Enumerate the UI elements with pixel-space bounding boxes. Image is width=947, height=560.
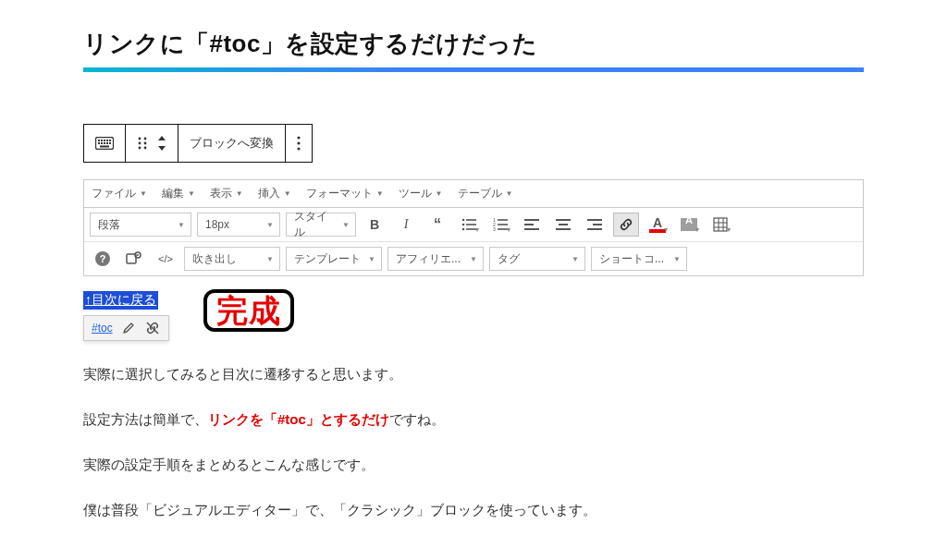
svg-rect-3 [104,140,105,141]
svg-point-49 [137,254,139,256]
menubar-insert-label: 挿入 [258,186,280,201]
svg-point-12 [139,138,141,140]
fontsize-select[interactable]: 18px▼ [197,213,280,237]
blockquote-button[interactable]: “ [424,213,450,237]
tag-select-label: タグ [498,251,520,267]
selected-link-toc[interactable]: ↑目次に戻る [83,291,158,310]
block-toolbar: ブロックへ変換 [83,124,313,163]
svg-rect-40 [593,224,602,225]
menubar-file-label: ファイル [92,186,136,201]
svg-rect-7 [101,142,103,144]
body-paragraph-2b: リンクを「#toc」とするだけ [208,411,389,427]
svg-rect-41 [587,228,602,230]
svg-rect-28 [498,219,508,221]
menubar-table[interactable]: テーブル▼ [458,186,513,201]
menubar-view-label: 表示 [210,186,232,201]
bold-button[interactable]: B [362,213,387,237]
svg-point-18 [297,136,300,139]
align-left-button[interactable] [519,213,545,237]
menubar-edit[interactable]: 編集▼ [162,186,195,201]
svg-rect-24 [466,224,476,225]
template-select-label: テンプレート [294,251,361,267]
svg-rect-26 [466,228,476,230]
template-select[interactable]: テンプレート▼ [286,247,382,271]
editor-content: ↑目次に戻る 完成 #toc [83,291,864,341]
title-underline [83,67,864,72]
menubar-format[interactable]: フォーマット▼ [306,186,384,201]
svg-point-14 [139,142,141,145]
svg-text:3: 3 [493,226,496,231]
svg-point-15 [144,142,147,145]
source-code-button[interactable]: </> [153,247,178,271]
svg-point-25 [462,228,465,231]
cog-cards-icon[interactable] [121,247,147,271]
body-paragraph-2a: 設定方法は簡単で、 [83,411,208,427]
more-options-button[interactable] [286,125,312,162]
bullet-list-button[interactable] [456,213,482,237]
svg-rect-10 [109,142,111,144]
editor-toolbar-row2: ? </> 吹き出し▼ テンプレート▼ アフィリエ...▼ タグ▼ ショートコ.… [84,242,863,275]
italic-button[interactable]: I [393,213,419,237]
svg-point-23 [462,224,465,226]
svg-rect-8 [104,142,105,144]
pencil-icon[interactable] [120,320,137,336]
svg-rect-11 [100,146,109,148]
svg-point-13 [144,138,147,140]
style-select-label: スタイル [294,209,335,240]
svg-rect-1 [98,140,100,141]
svg-rect-33 [524,219,539,221]
svg-rect-38 [556,228,571,230]
text-color-button[interactable]: A [645,213,670,237]
unlink-icon[interactable] [144,320,161,336]
link-button[interactable] [613,213,639,237]
svg-rect-36 [556,219,571,221]
align-right-button[interactable] [582,213,608,237]
editor-menubar: ファイル▼ 編集▼ 表示▼ 挿入▼ フォーマット▼ ツール▼ テーブル▼ [84,180,863,208]
svg-point-16 [139,147,141,150]
menubar-tools-label: ツール [399,186,432,201]
svg-point-20 [297,147,300,150]
menubar-view[interactable]: 表示▼ [210,186,243,201]
menubar-insert[interactable]: 挿入▼ [258,186,291,201]
convert-to-blocks-button[interactable]: ブロックへ変換 [178,125,286,162]
svg-rect-22 [466,219,476,221]
body-paragraph-1: 実際に選択してみると目次に遷移すると思います。 [83,361,864,386]
svg-rect-35 [524,228,539,230]
svg-rect-6 [98,142,100,144]
numbered-list-button[interactable]: 123 [487,213,513,237]
shortcode-select[interactable]: ショートコ...▼ [591,247,687,271]
svg-rect-2 [101,140,103,141]
block-move-controls [126,125,178,162]
help-button[interactable]: ? [90,247,116,271]
balloon-select[interactable]: 吹き出し▼ [184,247,280,271]
menubar-table-label: テーブル [458,186,502,201]
align-center-button[interactable] [550,213,576,237]
highlight-button[interactable]: A [676,213,702,237]
menubar-file[interactable]: ファイル▼ [92,186,147,201]
drag-handle-icon[interactable] [137,137,148,150]
tag-select[interactable]: タグ▼ [489,247,585,271]
svg-rect-34 [524,224,534,225]
affiliate-select[interactable]: アフィリエ...▼ [387,247,484,271]
editor-toolbar-row1: 段落▼ 18px▼ スタイル▼ B I “ 123 [84,208,863,242]
table-button[interactable] [707,213,733,237]
body-paragraph-2c: ですね。 [389,411,445,427]
link-tooltip-url[interactable]: #toc [92,322,113,335]
svg-rect-5 [109,140,111,141]
menubar-tools[interactable]: ツール▼ [399,186,443,201]
keyboard-icon[interactable] [84,125,126,162]
svg-point-19 [297,141,300,144]
affiliate-select-label: アフィリエ... [396,251,461,267]
paragraph-select[interactable]: 段落▼ [90,213,191,237]
done-stamp: 完成 [203,289,294,332]
svg-rect-37 [559,224,568,225]
svg-rect-4 [106,140,108,141]
svg-rect-9 [106,142,108,144]
body-paragraph-3: 実際の設定手順をまとめるとこんな感じです。 [83,452,864,477]
svg-rect-39 [587,219,602,221]
move-updown-icon[interactable] [157,135,166,152]
style-select[interactable]: スタイル▼ [286,213,356,237]
convert-label: ブロックへ変換 [190,135,274,152]
menubar-edit-label: 編集 [162,186,184,201]
svg-rect-30 [498,224,508,225]
